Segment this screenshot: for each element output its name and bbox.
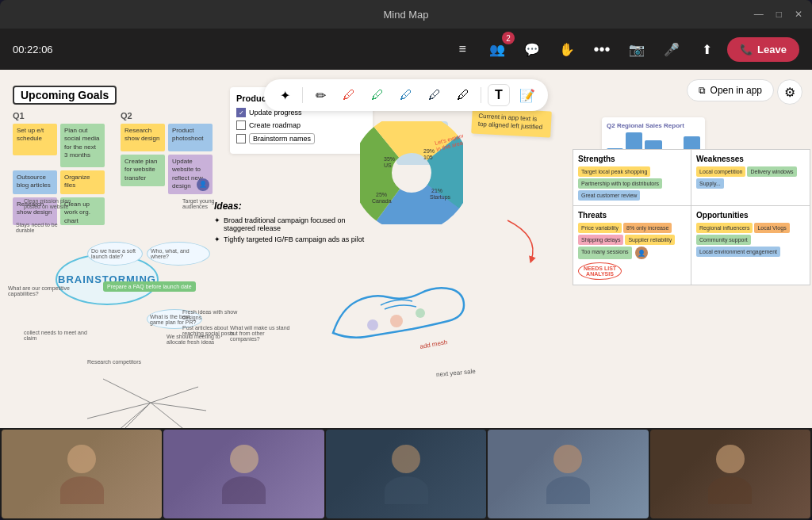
note-card-text: Current in app text is top aligned left … <box>478 113 543 132</box>
svg-point-22 <box>416 308 425 318</box>
svg-text:Canada: Canada <box>372 198 392 204</box>
sticky-note[interactable]: Update website to reflect new design 👤 <box>168 155 213 194</box>
title-bar: Mind Map — □ ✕ <box>0 0 812 29</box>
svg-line-3 <box>151 387 198 403</box>
pen-dark-tool[interactable]: 🖊 <box>423 84 446 106</box>
swot-sticky[interactable]: Local competition <box>696 166 745 177</box>
task-checkbox[interactable]: ✓ <box>236 108 246 117</box>
avatar: 👤 <box>635 247 648 259</box>
participant-video <box>488 430 648 518</box>
window-title: Mind Map <box>383 9 428 21</box>
idea-text: Tightly targeted IG/FB campaign ads as p… <box>224 235 364 243</box>
svg-line-0 <box>103 379 151 403</box>
open-in-app-button[interactable]: ⧉ Open in app <box>687 79 774 101</box>
sticky-note[interactable]: Plan out social media for the next 3 mon… <box>60 124 105 167</box>
participant-video <box>163 430 324 518</box>
pen-green-tool[interactable]: 🖊 <box>366 84 389 106</box>
participant-video <box>326 430 486 518</box>
participants-bar <box>0 428 812 520</box>
svg-line-6 <box>95 403 151 428</box>
whiteboard-settings-btn[interactable]: ⚙ <box>777 79 802 105</box>
app-window: Mind Map — □ ✕ 00:22:06 ≡ 👥 2 💬 ✋ ••• 📷 … <box>0 0 812 520</box>
chat-btn[interactable]: 💬 <box>518 35 546 63</box>
svg-point-21 <box>390 315 403 327</box>
svg-text:35%: 35% <box>384 156 395 162</box>
swot-analysis: Strengths Target local peak shopping Par… <box>573 149 810 285</box>
task-label: Brainstorm names <box>249 133 315 144</box>
mic-btn[interactable]: 🎤 <box>657 35 686 63</box>
meeting-timer: 00:22:06 <box>13 44 53 55</box>
swot-sticky[interactable]: Local Vlogs <box>754 223 789 233</box>
swot-sticky[interactable]: Delivery windows <box>747 166 796 177</box>
participants-badge: 2 <box>502 32 515 44</box>
task-checkbox[interactable] <box>236 120 246 130</box>
task-item: Brainstorm names <box>236 133 366 144</box>
toolbar-separator-2 <box>481 87 481 103</box>
external-link-icon: ⧉ <box>699 85 706 96</box>
svg-line-2 <box>119 403 151 428</box>
pen-red-tool[interactable]: 🖊 <box>338 84 360 106</box>
raise-hand-btn[interactable]: ✋ <box>553 35 581 63</box>
swot-sticky[interactable]: Local environment engagement <box>696 247 780 257</box>
upcoming-goals-title: Upcoming Goals <box>13 86 117 105</box>
participant-bg <box>650 430 810 518</box>
camera-btn[interactable]: 📷 <box>622 35 651 63</box>
swot-sticky[interactable]: Too many sessions <box>578 247 632 259</box>
task-item: Create roadmap <box>236 120 366 130</box>
strengths-items: Target local peak shopping Partnership w… <box>578 166 686 201</box>
chart-title: Q2 Regional Sales Report <box>607 122 700 129</box>
opportunities-items: Regional influencers Local Vlogs Communi… <box>696 223 805 257</box>
leave-button[interactable]: 📞 Leave <box>727 37 799 62</box>
sticky-note[interactable]: Organize files <box>60 170 105 194</box>
svg-text:US: US <box>384 162 392 168</box>
sticky-note[interactable]: Product photoshoot <box>168 124 213 151</box>
swot-sticky[interactable]: Price variability <box>578 223 622 233</box>
shoe-label: next year sale <box>436 368 476 378</box>
share-btn[interactable]: ⬆ <box>692 35 721 63</box>
pencil-tool[interactable]: ✏ <box>309 84 331 106</box>
swot-sticky[interactable]: Supply... <box>696 178 724 189</box>
svg-text:add mesh: add mesh <box>419 338 448 350</box>
idea-item: ✦ Tightly targeted IG/FB campaign ads as… <box>214 235 373 243</box>
maximize-btn[interactable]: □ <box>776 9 782 20</box>
opportunities-title: Opportunities <box>696 211 805 220</box>
more-options-btn[interactable]: ••• <box>588 35 616 63</box>
swot-sticky[interactable]: Partnership with top distributors <box>578 178 662 189</box>
ideas-title: Ideas: <box>214 201 373 212</box>
weaknesses-items: Local competition Delivery windows Suppl… <box>696 166 805 189</box>
weaknesses-cell: Weaknesses Local competition Delivery wi… <box>691 150 810 206</box>
swot-sticky[interactable]: Shipping delays <box>578 235 623 245</box>
participants-list-btn[interactable]: ≡ <box>448 35 477 63</box>
pen-blue-tool[interactable]: 🖊 <box>395 84 417 106</box>
star-icon: ✦ <box>214 216 220 224</box>
swot-sticky[interactable]: Target local peak shopping <box>578 166 650 177</box>
sticky-note[interactable]: Outsource blog articles <box>13 170 57 194</box>
close-btn[interactable]: ✕ <box>795 9 802 20</box>
participants-icon-wrapper: 👥 2 <box>483 35 511 63</box>
threats-cell: Threats Price variability 8% only increa… <box>573 206 691 285</box>
pie-chart: 35% US 29% 105 21% Startups 25% Canada L… <box>360 121 463 224</box>
select-tool[interactable]: ✦ <box>274 84 296 106</box>
drawing-toolbar: ✦ ✏ 🖊 🖊 🖊 🖊 🖊 T 📝 <box>264 79 548 111</box>
ideas-section: Ideas: ✦ Broad traditional campaign focu… <box>214 201 373 247</box>
weaknesses-title: Weaknesses <box>696 155 805 163</box>
minimize-btn[interactable]: — <box>754 9 764 20</box>
participant-bg <box>2 430 162 518</box>
whiteboard[interactable]: ✦ ✏ 🖊 🖊 🖊 🖊 🖊 T 📝 ⧉ Open in app ⚙ <box>0 70 812 428</box>
task-checkbox[interactable] <box>236 134 246 143</box>
swot-sticky[interactable]: Great customer review <box>578 190 640 201</box>
sticky-tool[interactable]: 📝 <box>516 84 538 106</box>
sticky-note[interactable]: Research show design <box>121 124 165 151</box>
swot-sticky[interactable]: Community support <box>696 235 751 245</box>
highlighter-tool[interactable]: 🖊 <box>452 84 474 106</box>
q1-label: Q1 <box>13 111 111 120</box>
note-card[interactable]: Current in app text is top aligned left … <box>471 107 552 137</box>
participant-bg <box>488 430 648 518</box>
text-tool[interactable]: T <box>488 84 510 106</box>
swot-sticky[interactable]: 8% only increase <box>623 223 672 233</box>
task-label: Create roadmap <box>249 121 301 129</box>
swot-sticky[interactable]: Regional influencers <box>696 223 753 233</box>
sticky-note[interactable]: Set up e/t schedule <box>13 124 57 155</box>
swot-sticky[interactable]: Supplier reliability <box>625 235 675 245</box>
sticky-note[interactable]: Create plan for website transfer <box>121 155 165 186</box>
